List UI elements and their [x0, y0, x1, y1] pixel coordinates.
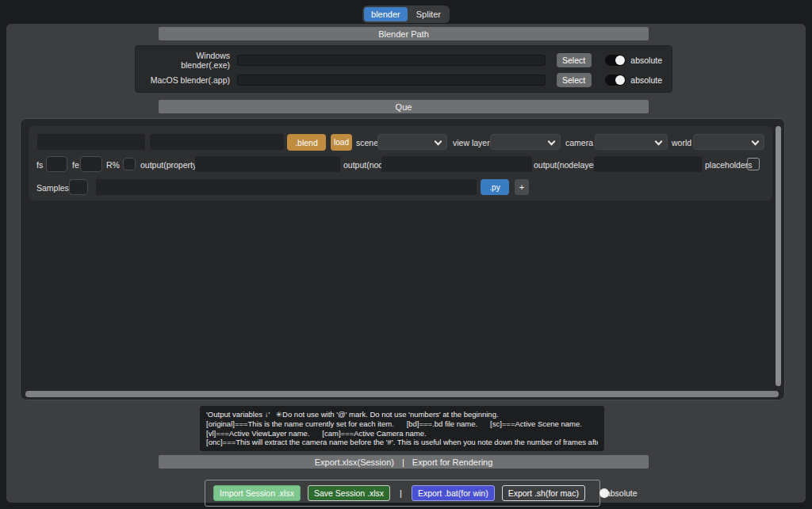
macos-blender-row: MacOS blender(.app) Select absolute — [145, 73, 662, 87]
export-header-bar: Export.xlsx(Session) | Export for Render… — [159, 455, 649, 469]
output-variables-info: 'Output variables ↓' ✳Do not use with '@… — [200, 406, 604, 451]
session-export-panel: Import Session .xlsx Save Session .xlsx … — [205, 480, 600, 507]
macos-blender-label: MacOS blender(.app) — [145, 75, 230, 85]
samples-label: Samples — [36, 183, 69, 193]
windows-absolute-toggle[interactable] — [605, 55, 626, 66]
footer-separator: | — [400, 488, 402, 498]
output-nodelayer-label: output(nodelayer) — [534, 160, 599, 170]
scene-select[interactable] — [377, 134, 447, 150]
output-nodelayer-input[interactable] — [594, 156, 702, 172]
horizontal-scrollbar[interactable] — [25, 391, 779, 397]
que-item-line2: fs fe R% output(property) output(node) o… — [29, 156, 772, 173]
export-bar-separator: | — [402, 457, 404, 467]
chevron-down-icon — [435, 138, 442, 146]
windows-blender-select-button[interactable]: Select — [557, 53, 592, 67]
samples-input[interactable] — [69, 179, 88, 195]
info-line: [onc]===This will extract the camera nam… — [206, 438, 598, 447]
info-line: [original]===This is the name currently … — [206, 419, 598, 429]
info-line: [vl]===Active ViewLayer name. [cam]===Ac… — [206, 429, 598, 438]
output-node-input[interactable] — [381, 156, 532, 172]
macos-blender-select-button[interactable]: Select — [557, 73, 592, 87]
frame-start-input[interactable] — [46, 156, 67, 172]
que-item-line1: .blend load scene view layer camera worl… — [29, 134, 772, 151]
export-for-rendering-button[interactable]: Export for Rendering — [412, 457, 493, 467]
chevron-down-icon — [655, 138, 663, 146]
footer-absolute-label: absolute — [606, 488, 638, 498]
py-button[interactable]: .py — [481, 179, 509, 195]
placeholders-checkbox[interactable] — [747, 158, 760, 170]
output-property-input[interactable] — [195, 156, 340, 172]
fe-label: fe — [72, 160, 79, 170]
windows-blender-row: Windows blender(.exe) Select absolute — [145, 51, 662, 70]
que-header-label: Que — [396, 102, 412, 112]
camera-select[interactable] — [595, 134, 668, 150]
add-item-button[interactable]: + — [515, 179, 529, 195]
vertical-scrollbar[interactable] — [776, 126, 781, 386]
camera-label: camera — [565, 138, 593, 147]
view-layer-select[interactable] — [490, 134, 561, 150]
load-button[interactable]: load — [331, 134, 352, 151]
toggle-knob — [599, 488, 609, 498]
import-session-button[interactable]: Import Session .xlsx — [213, 485, 301, 501]
chevron-down-icon — [752, 138, 760, 146]
blender-path-panel: Windows blender(.exe) Select absolute Ma… — [135, 45, 672, 93]
windows-blender-label: Windows blender(.exe) — [145, 51, 230, 70]
export-sh-button[interactable]: Export .sh(for mac) — [502, 485, 585, 501]
resolution-percent-input[interactable] — [123, 158, 136, 170]
placeholders-label: placeholders — [705, 160, 753, 170]
tab-spliter[interactable]: Spliter — [409, 7, 448, 21]
chevron-down-icon — [548, 138, 556, 146]
info-line: 'Output variables ↓' ✳Do not use with '@… — [206, 410, 598, 419]
windows-absolute-label: absolute — [630, 55, 662, 65]
que-item-line3: Samples .py + — [29, 179, 772, 196]
frame-end-input[interactable] — [80, 156, 102, 172]
fs-label: fs — [36, 160, 43, 170]
r-percent-label: R% — [106, 160, 120, 170]
que-panel: .blend load scene view layer camera worl… — [20, 118, 785, 400]
main-window: Blender Path Windows blender(.exe) Selec… — [6, 24, 806, 503]
save-session-button[interactable]: Save Session .xlsx — [308, 485, 390, 501]
export-xlsx-session-button[interactable]: Export.xlsx(Session) — [315, 457, 394, 467]
toggle-knob — [615, 55, 625, 65]
que-header: Que — [159, 100, 649, 113]
export-bat-button[interactable]: Export .bat(for win) — [412, 485, 495, 501]
windows-blender-path-input[interactable] — [237, 55, 546, 66]
blend-button[interactable]: .blend — [287, 134, 326, 151]
macos-absolute-toggle[interactable] — [605, 75, 626, 86]
macos-blender-path-input[interactable] — [237, 75, 546, 86]
output-property-label: output(property) — [140, 160, 200, 170]
blender-path-header-label: Blender Path — [378, 29, 429, 39]
world-select[interactable] — [693, 134, 764, 150]
item-name-input[interactable] — [37, 134, 145, 150]
script-path-input[interactable] — [96, 179, 477, 195]
macos-absolute-label: absolute — [630, 75, 662, 85]
que-item-row: .blend load scene view layer camera worl… — [29, 126, 772, 201]
item-path-input[interactable] — [150, 134, 284, 150]
blender-path-header: Blender Path — [159, 27, 649, 40]
scene-label: scene — [356, 138, 378, 147]
world-label: world — [672, 138, 691, 147]
toggle-knob — [615, 75, 625, 85]
view-layer-label: view layer — [453, 138, 490, 147]
tab-blender[interactable]: blender — [364, 7, 408, 21]
top-tab-switcher: blender Spliter — [362, 6, 450, 23]
